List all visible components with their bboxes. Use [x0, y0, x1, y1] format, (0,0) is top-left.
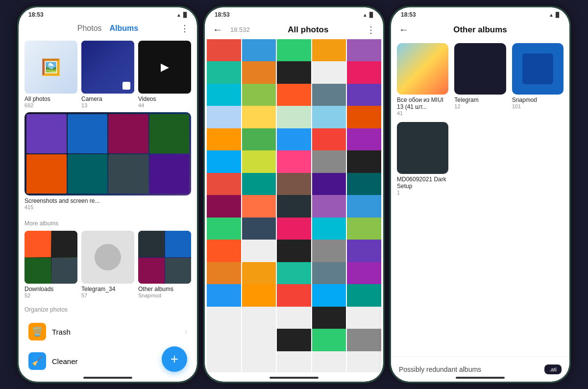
phone2-content: ← 18.532 All photos ⋮ [205, 20, 383, 379]
fab-plus-icon: + [171, 351, 178, 367]
other-album-name-telegram: Telegram [454, 97, 506, 103]
redundant-badge: .ati [544, 365, 562, 374]
featured-album-section: Screenshots and screen re... 415 [19, 112, 197, 216]
back-arrow-3[interactable]: ← [399, 24, 409, 35]
more-albums-grid: Downloads 52 Telegram_34 57 [19, 229, 197, 302]
album-thumb-telegram34 [81, 231, 134, 284]
other-album-name-miui: Все обои из MIUI 13 (41 шт... [397, 97, 448, 110]
ov1 [138, 231, 165, 257]
tab-albums[interactable]: Albums [110, 24, 139, 33]
photo-cell[interactable] [312, 351, 346, 372]
album-telegram34[interactable]: Telegram_34 57 [81, 231, 134, 298]
status-icons-3: ▲ ▉ [549, 12, 560, 18]
phone-2: 18:53 ▲ ▉ ← 18.532 All photos ⋮ [203, 6, 385, 383]
other-album-thumb-snapmod [512, 43, 564, 95]
phone1-scroll-content: 🖼️ All photos 692 Camera 13 [19, 37, 197, 382]
photos-grid [205, 39, 383, 372]
trash-chevron: › [185, 327, 187, 336]
signal-icon-2: ▲ [363, 12, 368, 18]
ov2 [165, 231, 192, 257]
other-album-telegram[interactable]: Telegram 12 [454, 43, 506, 116]
sc4 [149, 114, 190, 153]
other-album-name-dark-setup: MD06092021 Dark Setup [397, 176, 448, 190]
album-camera[interactable]: Camera 13 [81, 41, 134, 108]
cleaner-icon: 🧹 [28, 352, 46, 370]
header-tabs: Photos Albums ⋮ [19, 20, 197, 37]
album-other[interactable]: Other albums Snapmod [138, 231, 191, 298]
other-album-dark-setup[interactable]: MD06092021 Dark Setup 1 [397, 122, 448, 195]
album-thumb-other [138, 231, 191, 284]
other-album-count-telegram: 12 [454, 103, 506, 109]
other-album-name-snapmod: Snapmod [512, 97, 564, 103]
album-all-photos[interactable]: 🖼️ All photos 692 [24, 41, 77, 108]
album-count-videos: 44 [138, 102, 191, 108]
battery-icon-3: ▉ [556, 12, 560, 18]
other-album-thumb-dark-setup [397, 122, 448, 173]
snapmod-icon [522, 53, 553, 84]
other-album-thumb-telegram [454, 43, 506, 95]
album-thumb-screenshots [24, 112, 191, 195]
redundant-text: Possibly redundant albums [399, 365, 481, 373]
photo-cell[interactable] [277, 351, 311, 372]
trash-label: Trash [52, 328, 185, 336]
all-photos-icon: 🖼️ [41, 58, 61, 76]
telegram34-icon [95, 244, 121, 270]
time-1: 18:53 [28, 11, 44, 18]
sc6 [68, 154, 108, 194]
album-name-camera: Camera [81, 96, 134, 102]
photo-cell[interactable] [207, 351, 241, 372]
album-thumb-camera [81, 41, 134, 94]
status-bar-3: 18:53 ▲ ▉ [391, 7, 569, 20]
album-videos[interactable]: ▶ Videos 44 [138, 41, 191, 108]
ov4 [165, 258, 192, 284]
album-name-telegram34: Telegram_34 [81, 286, 134, 292]
other-albums-title: Other albums [416, 25, 544, 35]
album-count-downloads: 52 [24, 292, 77, 298]
thumb-screenshots-visual [24, 112, 191, 195]
telegram34-visual [81, 231, 134, 284]
album-thumb-downloads [24, 231, 77, 284]
phone3-content: ← Other albums Все обои из MIUI 13 (41 ш… [391, 20, 569, 379]
other-album-count-miui: 41 [397, 110, 448, 116]
album-screenshots[interactable]: Screenshots and screen re... 415 [24, 112, 191, 210]
more-albums-label: More albums [19, 216, 197, 229]
photo-cell[interactable] [347, 351, 381, 372]
time-2: 18:53 [215, 11, 230, 18]
other-album-miui[interactable]: Все обои из MIUI 13 (41 шт... 41 [397, 43, 448, 116]
all-photos-header: ← 18.532 All photos ⋮ [205, 20, 383, 39]
d3 [24, 258, 51, 284]
album-downloads[interactable]: Downloads 52 [24, 231, 77, 298]
other-visual [138, 231, 191, 284]
battery-icon-2: ▉ [369, 12, 373, 18]
organize-label: Organize photos [24, 306, 191, 313]
home-bar-2 [270, 377, 318, 379]
album-count-all-photos: 692 [24, 102, 77, 108]
sc2 [68, 114, 108, 153]
signal-icon-3: ▲ [549, 12, 554, 18]
phone-1: 18:53 ▲ ▉ Photos Albums ⋮ 🖼️ [17, 6, 198, 383]
thumb-camera-visual [81, 41, 134, 94]
home-bar-1 [83, 377, 132, 379]
other-albums-header: ← Other albums [391, 20, 569, 39]
back-arrow-2[interactable]: ← [213, 24, 222, 35]
tab-photos[interactable]: Photos [77, 24, 102, 33]
album-thumb-videos: ▶ [138, 41, 191, 94]
more-menu-icon[interactable]: ⋮ [180, 23, 189, 34]
fab-add-button[interactable]: + [162, 346, 187, 372]
time-3: 18:53 [401, 11, 416, 18]
all-photos-more[interactable]: ⋮ [367, 24, 375, 35]
status-bar-2: 18:53 ▲ ▉ [205, 7, 383, 20]
status-bar-1: 18:53 ▲ ▉ [19, 7, 197, 20]
screenshot-row-2 [26, 154, 189, 194]
d1 [24, 231, 51, 257]
other-albums-grid: Все обои из MIUI 13 (41 шт... 41 Telegra… [391, 39, 569, 199]
all-photos-title: All photos [254, 25, 363, 35]
signal-icon: ▲ [176, 12, 181, 18]
album-name-all-photos: All photos [24, 96, 77, 102]
other-album-snapmod[interactable]: Snapmod 101 [512, 43, 564, 116]
photo-cell[interactable] [242, 351, 276, 372]
sc7 [108, 154, 148, 194]
trash-item[interactable]: 🗑️ Trash › [24, 317, 191, 346]
video-play-icon: ▶ [161, 61, 169, 73]
other-album-thumb-miui [397, 43, 448, 95]
